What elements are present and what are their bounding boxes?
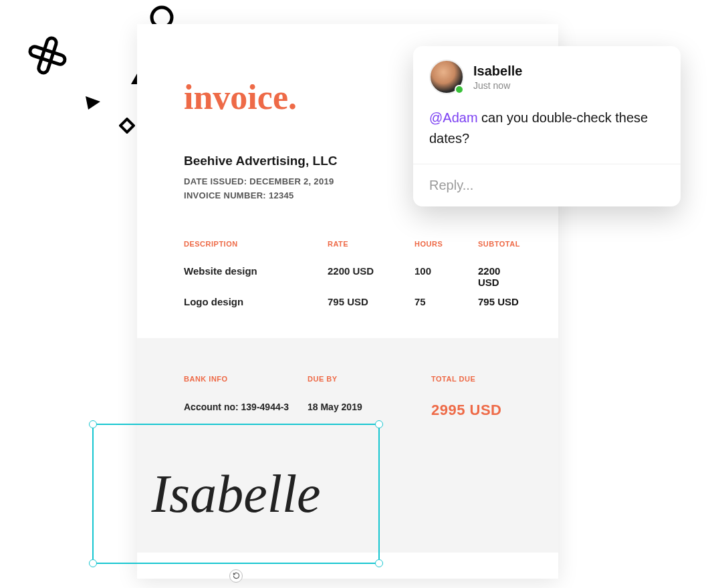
- svg-rect-2: [37, 37, 57, 74]
- due-by-value: 18 May 2019: [308, 402, 431, 419]
- table-cell: Logo design: [184, 296, 328, 311]
- table-cell: 795 USD: [328, 296, 414, 311]
- comment-card: Isabelle Just now @Adam can you double-c…: [413, 46, 681, 206]
- table-cell: 795 USD: [478, 296, 520, 311]
- svg-rect-1: [29, 45, 66, 65]
- col-description: DESCRIPTION: [184, 240, 328, 261]
- rotate-icon: [233, 570, 240, 582]
- resize-handle-br[interactable]: [375, 559, 383, 567]
- col-hours: HOURS: [414, 240, 478, 261]
- table-cell: Website design: [184, 265, 328, 292]
- reply-input[interactable]: [429, 178, 665, 193]
- invoice-number-value: 12345: [269, 190, 294, 200]
- diamond-icon: [119, 118, 135, 134]
- x-icon: [24, 32, 71, 79]
- total-due-label: TOTAL DUE: [431, 375, 511, 402]
- total-due-value: 2995 USD: [431, 402, 511, 419]
- date-issued-label: DATE ISSUED:: [184, 176, 247, 186]
- signature-text[interactable]: Isabelle: [94, 425, 378, 563]
- selection-frame[interactable]: Isabelle: [92, 424, 380, 564]
- svg-marker-4: [86, 96, 100, 110]
- table-cell: 2200 USD: [478, 265, 520, 292]
- rotate-handle[interactable]: [229, 569, 243, 583]
- table-cell: 75: [414, 296, 478, 311]
- comment-body: @Adam can you double-check these dates?: [413, 100, 681, 164]
- invoice-table: DESCRIPTION RATE HOURS SUBTOTAL Website …: [184, 240, 511, 311]
- mention[interactable]: @Adam: [429, 110, 478, 125]
- invoice-number-label: INVOICE NUMBER:: [184, 190, 266, 200]
- table-cell: 2200 USD: [328, 265, 414, 292]
- comment-time: Just now: [473, 80, 522, 91]
- table-cell: 100: [414, 265, 478, 292]
- date-issued-value: DECEMBER 2, 2019: [249, 176, 334, 186]
- due-by-label: DUE BY: [308, 375, 431, 402]
- avatar[interactable]: [429, 59, 464, 94]
- comment-author: Isabelle: [473, 63, 522, 79]
- triangle-small-icon: [86, 96, 100, 110]
- status-online-icon: [455, 85, 464, 94]
- col-rate: RATE: [328, 240, 414, 261]
- bank-info-label: BANK INFO: [184, 375, 308, 402]
- resize-handle-tr[interactable]: [375, 420, 383, 428]
- col-subtotal: SUBTOTAL: [478, 240, 520, 261]
- resize-handle-tl[interactable]: [89, 420, 97, 428]
- svg-rect-6: [120, 119, 134, 132]
- bank-info-value: Account no: 139-4944-3: [184, 402, 308, 419]
- resize-handle-bl[interactable]: [89, 559, 97, 567]
